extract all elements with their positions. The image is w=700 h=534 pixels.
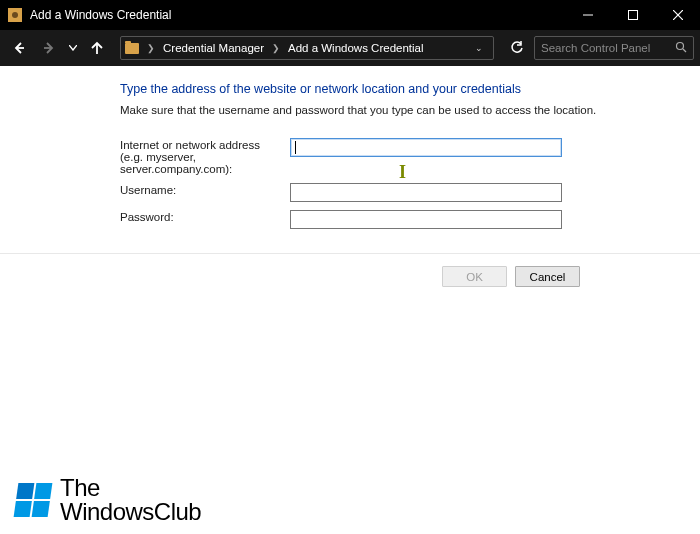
window-titlebar: Add a Windows Credential [0, 0, 700, 30]
address-row: Internet or network address (e.g. myserv… [120, 138, 660, 175]
password-label: Password: [120, 210, 290, 223]
breadcrumb[interactable]: ❯ Credential Manager ❯ Add a Windows Cre… [120, 36, 494, 60]
breadcrumb-part-2[interactable]: Add a Windows Credential [288, 42, 424, 54]
username-label: Username: [120, 183, 290, 196]
watermark-text: The WindowsClub [60, 476, 201, 524]
window-title: Add a Windows Credential [30, 8, 171, 22]
back-button[interactable] [6, 35, 32, 61]
search-icon [675, 41, 687, 55]
svg-rect-1 [628, 11, 637, 20]
address-input[interactable] [290, 138, 562, 157]
chevron-right-icon: ❯ [143, 43, 159, 53]
password-row: Password: [120, 210, 660, 229]
folder-icon [125, 43, 139, 54]
page-heading: Type the address of the website or netwo… [120, 82, 660, 96]
recent-dropdown-icon[interactable] [66, 35, 80, 61]
svg-line-8 [683, 49, 686, 52]
search-placeholder: Search Control Panel [541, 42, 650, 54]
chevron-right-icon: ❯ [268, 43, 284, 53]
chevron-down-icon[interactable]: ⌄ [475, 43, 489, 53]
username-row: Username: [120, 183, 660, 202]
refresh-button[interactable] [504, 36, 530, 60]
content-area: Type the address of the website or netwo… [0, 66, 700, 229]
forward-button[interactable] [36, 35, 62, 61]
watermark: The WindowsClub [16, 476, 201, 524]
divider [0, 253, 700, 254]
dialog-buttons: OK Cancel [0, 266, 700, 287]
search-input[interactable]: Search Control Panel [534, 36, 694, 60]
up-button[interactable] [84, 35, 110, 61]
password-input[interactable] [290, 210, 562, 229]
breadcrumb-part-1[interactable]: Credential Manager [163, 42, 264, 54]
cancel-button[interactable]: Cancel [515, 266, 580, 287]
username-input[interactable] [290, 183, 562, 202]
ok-button[interactable]: OK [442, 266, 507, 287]
navigation-bar: ❯ Credential Manager ❯ Add a Windows Cre… [0, 30, 700, 66]
watermark-logo-icon [14, 483, 53, 517]
svg-point-7 [677, 43, 684, 50]
close-button[interactable] [655, 0, 700, 30]
page-subtext: Make sure that the username and password… [120, 104, 660, 116]
maximize-button[interactable] [610, 0, 655, 30]
app-icon [8, 8, 22, 22]
minimize-button[interactable] [565, 0, 610, 30]
address-label: Internet or network address (e.g. myserv… [120, 138, 290, 175]
